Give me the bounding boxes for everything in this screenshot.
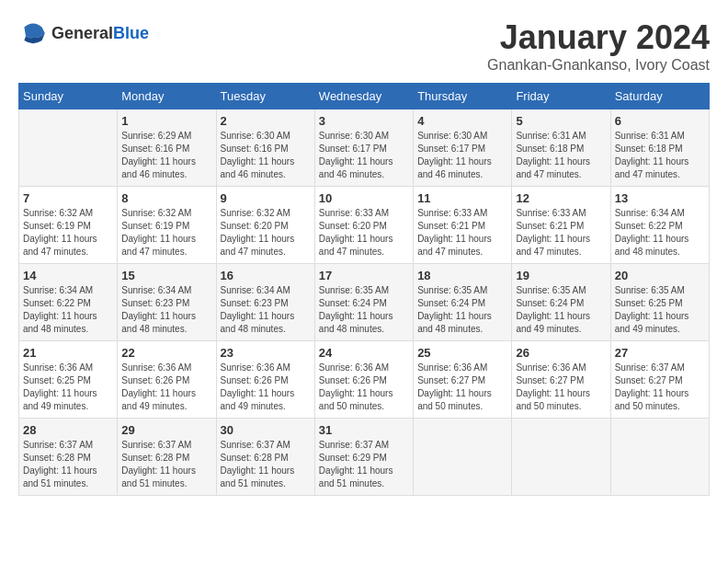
calendar-cell: 29Sunrise: 6:37 AMSunset: 6:28 PMDayligh…: [118, 419, 216, 496]
calendar-table: SundayMondayTuesdayWednesdayThursdayFrid…: [18, 83, 710, 496]
calendar-week-5: 28Sunrise: 6:37 AMSunset: 6:28 PMDayligh…: [19, 419, 710, 496]
day-detail: Sunrise: 6:36 AMSunset: 6:26 PMDaylight:…: [319, 362, 409, 413]
day-number: 14: [23, 269, 113, 282]
calendar-cell: 21Sunrise: 6:36 AMSunset: 6:25 PMDayligh…: [19, 341, 118, 419]
calendar-cell: 22Sunrise: 6:36 AMSunset: 6:26 PMDayligh…: [118, 341, 216, 419]
day-number: 19: [516, 269, 606, 282]
day-detail: Sunrise: 6:32 AMSunset: 6:19 PMDaylight:…: [121, 207, 211, 259]
calendar-cell: 31Sunrise: 6:37 AMSunset: 6:29 PMDayligh…: [314, 419, 413, 496]
day-number: 25: [417, 346, 507, 360]
day-detail: Sunrise: 6:29 AMSunset: 6:16 PMDaylight:…: [121, 130, 211, 181]
header-sunday: Sunday: [19, 84, 118, 109]
calendar-cell: 9Sunrise: 6:32 AMSunset: 6:20 PMDaylight…: [216, 187, 314, 264]
day-number: 24: [319, 346, 409, 360]
calendar-cell: [19, 109, 118, 187]
calendar-cell: 27Sunrise: 6:37 AMSunset: 6:27 PMDayligh…: [610, 341, 709, 419]
calendar-cell: 5Sunrise: 6:31 AMSunset: 6:18 PMDaylight…: [512, 109, 610, 187]
calendar-header-row: SundayMondayTuesdayWednesdayThursdayFrid…: [19, 84, 710, 109]
day-number: 20: [615, 269, 705, 282]
day-detail: Sunrise: 6:37 AMSunset: 6:29 PMDaylight:…: [319, 439, 409, 490]
day-number: 11: [417, 191, 507, 205]
calendar-cell: [414, 419, 512, 496]
header: GeneralBlue January 2024 Gnankan-Gnankan…: [18, 18, 710, 74]
title-area: January 2024 Gnankan-Gnankanso, Ivory Co…: [487, 18, 710, 74]
logo-blue: Blue: [113, 24, 149, 42]
subtitle: Gnankan-Gnankanso, Ivory Coast: [487, 57, 710, 74]
calendar-cell: 15Sunrise: 6:34 AMSunset: 6:23 PMDayligh…: [118, 264, 216, 341]
day-number: 13: [615, 191, 705, 205]
day-number: 6: [615, 114, 705, 128]
day-number: 16: [221, 269, 311, 282]
day-detail: Sunrise: 6:36 AMSunset: 6:26 PMDaylight:…: [221, 362, 311, 413]
day-detail: Sunrise: 6:31 AMSunset: 6:18 PMDaylight:…: [516, 130, 606, 181]
calendar-cell: 16Sunrise: 6:34 AMSunset: 6:23 PMDayligh…: [216, 264, 314, 341]
calendar-week-4: 21Sunrise: 6:36 AMSunset: 6:25 PMDayligh…: [19, 341, 710, 419]
calendar-cell: 25Sunrise: 6:36 AMSunset: 6:27 PMDayligh…: [414, 341, 512, 419]
day-detail: Sunrise: 6:33 AMSunset: 6:20 PMDaylight:…: [319, 207, 409, 259]
day-number: 5: [516, 114, 606, 128]
day-detail: Sunrise: 6:33 AMSunset: 6:21 PMDaylight:…: [516, 207, 606, 259]
day-detail: Sunrise: 6:34 AMSunset: 6:23 PMDaylight:…: [221, 284, 311, 336]
day-detail: Sunrise: 6:36 AMSunset: 6:27 PMDaylight:…: [516, 362, 606, 413]
day-detail: Sunrise: 6:37 AMSunset: 6:28 PMDaylight:…: [121, 439, 211, 490]
day-number: 26: [516, 346, 606, 360]
logo-text: GeneralBlue: [51, 24, 149, 43]
day-number: 18: [417, 269, 507, 282]
day-detail: Sunrise: 6:34 AMSunset: 6:23 PMDaylight:…: [121, 284, 211, 336]
day-number: 7: [23, 191, 113, 205]
day-number: 21: [23, 346, 113, 360]
day-number: 2: [221, 114, 311, 128]
calendar-cell: [512, 419, 610, 496]
main-title: January 2024: [487, 18, 710, 57]
header-wednesday: Wednesday: [314, 84, 413, 109]
calendar-cell: 30Sunrise: 6:37 AMSunset: 6:28 PMDayligh…: [216, 419, 314, 496]
calendar-cell: 14Sunrise: 6:34 AMSunset: 6:22 PMDayligh…: [19, 264, 118, 341]
calendar-cell: 24Sunrise: 6:36 AMSunset: 6:26 PMDayligh…: [314, 341, 413, 419]
day-number: 9: [221, 191, 311, 205]
header-monday: Monday: [118, 84, 216, 109]
day-detail: Sunrise: 6:35 AMSunset: 6:25 PMDaylight:…: [615, 284, 705, 336]
day-detail: Sunrise: 6:30 AMSunset: 6:16 PMDaylight:…: [221, 130, 311, 181]
day-detail: Sunrise: 6:35 AMSunset: 6:24 PMDaylight:…: [319, 284, 409, 336]
calendar-cell: 4Sunrise: 6:30 AMSunset: 6:17 PMDaylight…: [414, 109, 512, 187]
calendar-cell: 12Sunrise: 6:33 AMSunset: 6:21 PMDayligh…: [512, 187, 610, 264]
calendar-cell: 23Sunrise: 6:36 AMSunset: 6:26 PMDayligh…: [216, 341, 314, 419]
day-number: 17: [319, 269, 409, 282]
day-number: 28: [23, 423, 113, 437]
day-number: 3: [319, 114, 409, 128]
calendar-cell: 11Sunrise: 6:33 AMSunset: 6:21 PMDayligh…: [414, 187, 512, 264]
calendar-cell: 7Sunrise: 6:32 AMSunset: 6:19 PMDaylight…: [19, 187, 118, 264]
calendar-week-3: 14Sunrise: 6:34 AMSunset: 6:22 PMDayligh…: [19, 264, 710, 341]
calendar-cell: 17Sunrise: 6:35 AMSunset: 6:24 PMDayligh…: [314, 264, 413, 341]
day-detail: Sunrise: 6:34 AMSunset: 6:22 PMDaylight:…: [23, 284, 113, 336]
calendar-cell: 18Sunrise: 6:35 AMSunset: 6:24 PMDayligh…: [414, 264, 512, 341]
day-number: 30: [221, 423, 311, 437]
day-detail: Sunrise: 6:35 AMSunset: 6:24 PMDaylight:…: [417, 284, 507, 336]
day-number: 29: [121, 423, 211, 437]
day-number: 1: [121, 114, 211, 128]
calendar-cell: [610, 419, 709, 496]
logo: GeneralBlue: [18, 18, 149, 48]
calendar-cell: 19Sunrise: 6:35 AMSunset: 6:24 PMDayligh…: [512, 264, 610, 341]
calendar-cell: 28Sunrise: 6:37 AMSunset: 6:28 PMDayligh…: [19, 419, 118, 496]
day-detail: Sunrise: 6:37 AMSunset: 6:28 PMDaylight:…: [221, 439, 311, 490]
day-number: 27: [615, 346, 705, 360]
day-detail: Sunrise: 6:30 AMSunset: 6:17 PMDaylight:…: [319, 130, 409, 181]
day-detail: Sunrise: 6:36 AMSunset: 6:25 PMDaylight:…: [23, 362, 113, 413]
header-saturday: Saturday: [610, 84, 709, 109]
day-number: 23: [221, 346, 311, 360]
day-detail: Sunrise: 6:36 AMSunset: 6:26 PMDaylight:…: [121, 362, 211, 413]
calendar-cell: 10Sunrise: 6:33 AMSunset: 6:20 PMDayligh…: [314, 187, 413, 264]
day-number: 10: [319, 191, 409, 205]
day-detail: Sunrise: 6:33 AMSunset: 6:21 PMDaylight:…: [417, 207, 507, 259]
day-number: 12: [516, 191, 606, 205]
day-detail: Sunrise: 6:35 AMSunset: 6:24 PMDaylight:…: [516, 284, 606, 336]
day-detail: Sunrise: 6:30 AMSunset: 6:17 PMDaylight:…: [417, 130, 507, 181]
day-number: 15: [121, 269, 211, 282]
calendar-cell: 26Sunrise: 6:36 AMSunset: 6:27 PMDayligh…: [512, 341, 610, 419]
calendar-cell: 13Sunrise: 6:34 AMSunset: 6:22 PMDayligh…: [610, 187, 709, 264]
header-tuesday: Tuesday: [216, 84, 314, 109]
calendar-cell: 20Sunrise: 6:35 AMSunset: 6:25 PMDayligh…: [610, 264, 709, 341]
calendar-cell: 2Sunrise: 6:30 AMSunset: 6:16 PMDaylight…: [216, 109, 314, 187]
calendar-cell: 3Sunrise: 6:30 AMSunset: 6:17 PMDaylight…: [314, 109, 413, 187]
